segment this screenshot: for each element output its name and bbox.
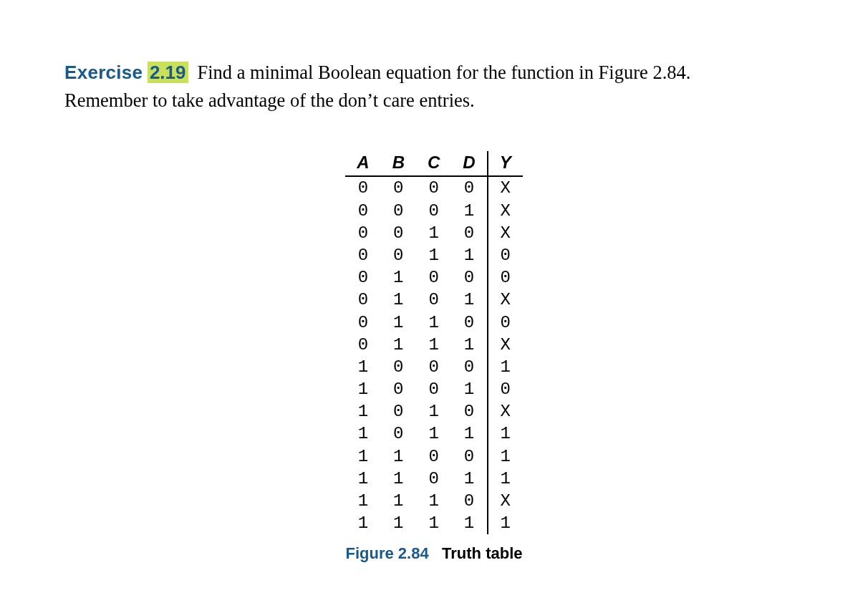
exercise-label: Exercise — [64, 62, 143, 83]
figure-caption: Figure 2.84 Truth table — [346, 544, 523, 563]
table-row: 11111 — [345, 512, 522, 534]
cell-y: 1 — [488, 356, 523, 378]
cell-y: 1 — [488, 468, 523, 490]
truth-table: A B C D Y 0000X 0001X 0010X 00110 01000 … — [345, 151, 522, 534]
cell: 1 — [381, 512, 416, 534]
cell: 1 — [345, 356, 380, 378]
cell: 1 — [416, 423, 451, 445]
cell: 0 — [416, 378, 451, 400]
exercise-text-1: Find a minimal Boolean equation for the … — [198, 62, 691, 83]
cell: 1 — [451, 289, 487, 311]
cell: 1 — [345, 423, 380, 445]
exercise-number: 2.19 — [148, 62, 188, 83]
cell: 1 — [381, 468, 416, 490]
cell: 1 — [381, 312, 416, 334]
cell: 0 — [451, 356, 487, 378]
cell: 0 — [345, 289, 380, 311]
cell: 0 — [381, 356, 416, 378]
cell: 1 — [416, 334, 451, 356]
cell: 1 — [416, 222, 451, 244]
cell: 0 — [416, 266, 451, 289]
cell-y: 0 — [488, 312, 523, 334]
figure: A B C D Y 0000X 0001X 0010X 00110 01000 … — [64, 151, 804, 563]
cell: 0 — [381, 200, 416, 222]
col-header-C: C — [416, 151, 451, 176]
table-row: 10010 — [345, 378, 522, 400]
figure-title: Truth table — [442, 544, 522, 562]
cell: 1 — [451, 244, 487, 266]
table-row: 0010X — [345, 222, 522, 244]
cell: 0 — [381, 176, 416, 199]
cell: 0 — [451, 266, 487, 289]
cell-y: 0 — [488, 378, 523, 400]
cell: 1 — [451, 200, 487, 222]
cell-y: X — [488, 176, 523, 199]
cell: 1 — [381, 445, 416, 468]
table-row: 01000 — [345, 266, 522, 289]
table-row: 1110X — [345, 490, 522, 512]
cell: 1 — [345, 468, 380, 490]
cell-y: X — [488, 400, 523, 423]
cell: 1 — [381, 334, 416, 356]
cell: 1 — [451, 334, 487, 356]
cell-y: X — [488, 289, 523, 311]
cell: 0 — [381, 423, 416, 445]
cell: 0 — [381, 378, 416, 400]
table-header-row: A B C D Y — [345, 151, 522, 176]
cell: 0 — [381, 244, 416, 266]
table-row: 11001 — [345, 445, 522, 468]
table-row: 10001 — [345, 356, 522, 378]
cell: 1 — [381, 490, 416, 512]
table-row: 00110 — [345, 244, 522, 266]
cell: 0 — [416, 176, 451, 199]
cell: 0 — [451, 176, 487, 199]
cell: 0 — [451, 445, 487, 468]
cell: 0 — [416, 356, 451, 378]
table-row: 0101X — [345, 289, 522, 311]
cell-y: X — [488, 334, 523, 356]
cell: 0 — [345, 200, 380, 222]
cell: 1 — [416, 312, 451, 334]
cell: 1 — [345, 445, 380, 468]
cell: 0 — [451, 222, 487, 244]
cell: 0 — [345, 176, 380, 199]
cell-y: 0 — [488, 266, 523, 289]
table-row: 1010X — [345, 400, 522, 423]
col-header-Y: Y — [488, 151, 523, 176]
cell: 1 — [451, 468, 487, 490]
cell: 0 — [345, 266, 380, 289]
figure-label: Figure 2.84 — [346, 544, 429, 562]
cell: 1 — [451, 378, 487, 400]
cell: 0 — [416, 200, 451, 222]
cell: 1 — [381, 289, 416, 311]
cell: 0 — [345, 222, 380, 244]
table-row: 10111 — [345, 423, 522, 445]
exercise-text-2: Remember to take advantage of the don’t … — [64, 90, 475, 111]
cell: 1 — [451, 512, 487, 534]
cell: 1 — [416, 512, 451, 534]
cell: 1 — [345, 512, 380, 534]
col-header-B: B — [381, 151, 416, 176]
cell: 1 — [451, 423, 487, 445]
cell: 0 — [345, 244, 380, 266]
cell-y: X — [488, 490, 523, 512]
cell: 1 — [416, 400, 451, 423]
cell: 1 — [345, 490, 380, 512]
cell: 0 — [416, 468, 451, 490]
cell: 0 — [416, 445, 451, 468]
cell: 0 — [451, 312, 487, 334]
table-row: 0000X — [345, 176, 522, 199]
col-header-A: A — [345, 151, 380, 176]
col-header-D: D — [451, 151, 487, 176]
table-body: 0000X 0001X 0010X 00110 01000 0101X 0110… — [345, 176, 522, 534]
table-row: 0001X — [345, 200, 522, 222]
cell: 0 — [381, 400, 416, 423]
cell-y: 1 — [488, 512, 523, 534]
cell: 0 — [451, 400, 487, 423]
cell: 1 — [416, 244, 451, 266]
exercise-paragraph: Exercise 2.19 Find a minimal Boolean equ… — [64, 59, 804, 114]
page: Exercise 2.19 Find a minimal Boolean equ… — [0, 0, 868, 592]
cell: 1 — [381, 266, 416, 289]
cell: 0 — [345, 334, 380, 356]
cell: 1 — [345, 400, 380, 423]
